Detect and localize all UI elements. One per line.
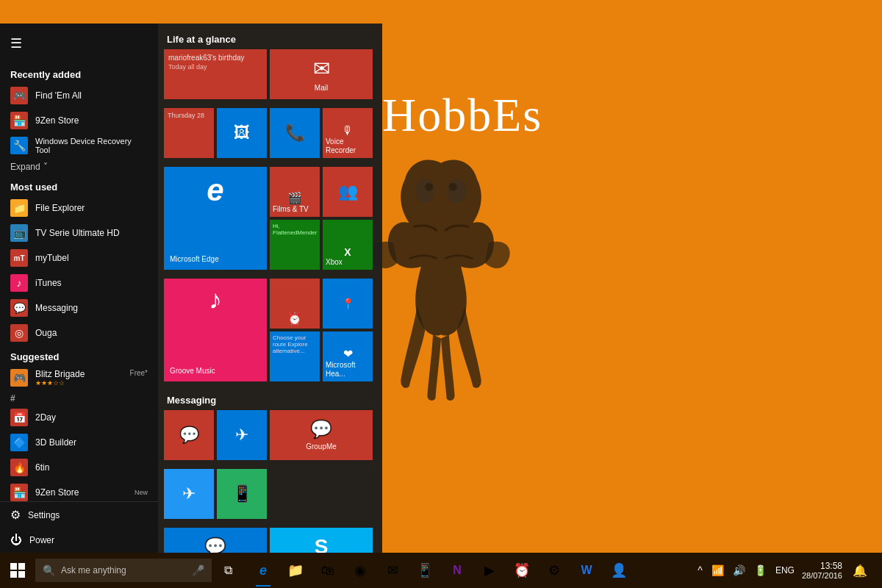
settings-item[interactable]: ⚙ Settings (0, 502, 158, 528)
app-icon-6tin: 🔥 (10, 459, 28, 476)
taskbar-onenote[interactable]: N (441, 553, 473, 588)
tile-telegram[interactable]: ✈ (217, 410, 267, 460)
app-9zen2[interactable]: 🏪 9Zen Store New (0, 480, 158, 501)
app-file-explorer[interactable]: 📁 File Explorer (0, 196, 158, 220)
mail-icon: ✉ (313, 57, 330, 81)
svg-rect-5 (18, 563, 25, 570)
tile-groupme[interactable]: 💬 GroupMe (270, 410, 373, 460)
taskbar-media[interactable]: ▶ (473, 553, 506, 588)
start-button[interactable] (0, 553, 35, 588)
app-icon-9zen2: 🏪 (10, 484, 28, 501)
system-tray[interactable]: 13:58 28/07/2016 (802, 561, 842, 580)
tile-photos[interactable]: 🖼 (217, 108, 267, 158)
app-mytubel[interactable]: mT myTubel (0, 245, 158, 270)
tile-skype[interactable]: S Skype Preview (270, 528, 373, 553)
suggested-stars: ★★★☆☆ (35, 379, 85, 387)
tile-people[interactable]: 👥 (323, 167, 373, 217)
tiles-col-right2: 👥 X Xbox (323, 167, 373, 270)
task-view-icon: ⧉ (224, 564, 232, 577)
tile-phone[interactable]: 📞 (270, 108, 320, 158)
app-label: File Explorer (35, 203, 85, 213)
svg-point-3 (449, 183, 457, 191)
tiles-panel: Life at a glance mariofreak63's birthday… (158, 24, 382, 553)
taskbar-apps: e 📁 🛍 ◉ ✉ 📱 N ▶ ⏰ (244, 553, 686, 588)
map-pin-icon: 📍 (342, 298, 354, 309)
tile-films-tv[interactable]: 🎬 Films & TV (270, 167, 320, 217)
tray-chevron[interactable]: ^ (695, 562, 706, 579)
tiles-msg-row3: 💬 Messenger S Skype Preview (164, 528, 376, 553)
task-view-button[interactable]: ⧉ (212, 553, 244, 588)
tile-mail[interactable]: ✉ Mail (270, 49, 373, 99)
taskbar-explorer[interactable]: 📁 (279, 553, 312, 588)
hamburger-icon[interactable]: ☰ (7, 32, 25, 54)
app-messaging[interactable]: 💬 Messaging (0, 295, 158, 320)
tray-battery[interactable]: 🔋 (751, 562, 770, 579)
tray-icons: ^ 📶 🔊 🔋 ENG (695, 562, 797, 579)
app-itunes[interactable]: ♪ iTunes (0, 270, 158, 295)
taskbar-word[interactable]: W (570, 553, 603, 588)
new-badge: New (135, 489, 148, 496)
app-label: Find 'Em All (35, 90, 82, 101)
app-6tin[interactable]: 🔥 6tin (0, 455, 158, 480)
tile-messenger[interactable]: 💬 Messenger (164, 528, 267, 553)
tile-msg-red[interactable]: 💬 (164, 410, 214, 460)
whatsapp-icon: 📱 (232, 484, 252, 503)
tile-whatsapp[interactable]: 📱 (217, 469, 267, 519)
notification-button[interactable]: 🔔 (847, 561, 873, 581)
taskbar-edge[interactable]: e (247, 553, 279, 588)
tile-alarms[interactable]: ⏰ (270, 279, 320, 329)
app-wdrt[interactable]: 🔧 Windows Device Recovery Tool (0, 133, 158, 158)
app-list: Recently added 🎮 Find 'Em All 🏪 9Zen Sto… (0, 63, 158, 501)
suggested-blitz-brigade[interactable]: 🎮 Blitz Brigade ★★★☆☆ Free* (0, 365, 158, 390)
tile-label: Groove Music (170, 367, 261, 376)
taskbar-alarm[interactable]: ⏰ (506, 553, 538, 588)
tile-label: Microsoft Hea... (326, 361, 370, 379)
voice-icon: 🎙 (326, 124, 370, 137)
tile-maps[interactable]: Choose your route Explore alternative... (270, 331, 320, 381)
tray-lang[interactable]: ENG (775, 565, 795, 576)
taskbar-chrome[interactable]: ◉ (344, 553, 376, 588)
hamburger-area[interactable]: ☰ (0, 24, 158, 63)
app-find-em-all[interactable]: 🎮 Find 'Em All (0, 83, 158, 108)
tile-edge[interactable]: e Microsoft Edge (164, 167, 267, 270)
search-input[interactable] (61, 565, 186, 576)
search-bar[interactable]: 🔍 🎤 (35, 559, 212, 582)
tile-calendar-day[interactable]: Thursday 28 (164, 108, 214, 158)
tile-ms-health[interactable]: ❤ Microsoft Hea... (323, 331, 373, 381)
onenote-taskbar-icon: N (453, 564, 462, 577)
taskbar-settings[interactable]: ⚙ (538, 553, 570, 588)
tiles-col-health: 📍 ❤ Microsoft Hea... (323, 279, 373, 381)
telegram-icon: ✈ (235, 426, 248, 445)
tile-msg-green[interactable]: Hi, FlattenedMender (270, 220, 320, 270)
word-taskbar-icon: W (581, 564, 592, 577)
tile-groove[interactable]: ♪ Groove Music (164, 279, 267, 381)
tiles-col-alarms: ⏰ Choose your route Explore alternative.… (270, 279, 320, 381)
app-ouga[interactable]: ◎ Ouga (0, 320, 158, 345)
tile-calendar-birthday[interactable]: mariofreak63's birthday Today all day (164, 49, 267, 99)
tiles-row2: Thursday 28 🖼 📞 🎙 Voice Recorder (164, 108, 376, 158)
app-2day[interactable]: 📅 2Day (0, 405, 158, 430)
app-label: 9Zen Store (35, 115, 79, 126)
tiles-msg-row1: 💬 ✈ 💬 GroupMe (164, 410, 376, 460)
free-badge: Free* (130, 369, 148, 377)
app-label: myTubel (35, 253, 69, 263)
expand-button[interactable]: Expand ˅ (0, 158, 158, 176)
edge-taskbar-icon: e (259, 563, 267, 578)
taskbar-whatsapp[interactable]: 📱 (409, 553, 441, 588)
app-3d-builder[interactable]: 🔷 3D Builder (0, 430, 158, 455)
app-tv-serie[interactable]: 📺 TV Serie Ultimate HD (0, 220, 158, 245)
taskbar-user[interactable]: 👤 (603, 553, 635, 588)
taskbar-mail[interactable]: ✉ (376, 553, 409, 588)
power-item[interactable]: ⏻ Power (0, 528, 158, 553)
tray-network[interactable]: 📶 (709, 562, 727, 579)
tile-voice-recorder[interactable]: 🎙 Voice Recorder (323, 108, 373, 158)
tile-maps-pin[interactable]: 📍 (323, 279, 373, 329)
app-9zen[interactable]: 🏪 9Zen Store (0, 108, 158, 133)
tile-telegram2[interactable]: ✈ (164, 469, 214, 519)
app-icon-mytubel: mT (10, 249, 28, 267)
mic-icon[interactable]: 🎤 (192, 564, 204, 576)
taskbar-store[interactable]: 🛍 (312, 553, 344, 588)
tile-label: GroupMe (306, 442, 337, 451)
tray-volume[interactable]: 🔊 (730, 562, 748, 579)
tile-xbox[interactable]: X Xbox (323, 220, 373, 270)
